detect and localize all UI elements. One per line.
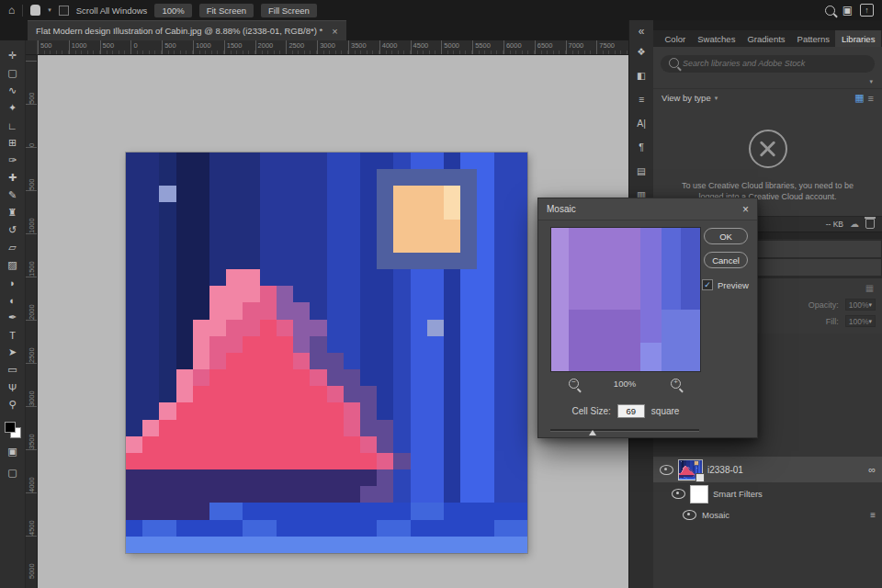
- layer-row-i2338-01[interactable]: i2338-01 ∞: [653, 457, 882, 482]
- cell-size-slider[interactable]: [550, 426, 699, 436]
- blur-tool-icon[interactable]: ◗: [0, 274, 26, 291]
- workspace-icon[interactable]: ▣: [842, 5, 853, 16]
- character-panel-icon[interactable]: A|: [629, 111, 653, 135]
- paragraph-panel-icon[interactable]: ¶: [629, 135, 653, 159]
- cell-size-input[interactable]: [617, 404, 645, 418]
- smart-filter-link-icon[interactable]: ∞: [868, 464, 876, 475]
- color-panel-icon[interactable]: ❖: [629, 40, 653, 63]
- share-arrow-icon: ↑: [865, 6, 869, 15]
- adjustments-panel-icon[interactable]: ≡: [629, 87, 653, 111]
- library-search-row: [653, 47, 882, 76]
- layer-visibility-eye-icon[interactable]: [660, 465, 673, 475]
- view-by-type-label[interactable]: View by type: [662, 93, 711, 103]
- chevron-down-icon[interactable]: ▾: [715, 95, 718, 102]
- filter-blending-options-icon[interactable]: ≡: [870, 510, 876, 520]
- brush-tool-icon[interactable]: ✎: [0, 187, 26, 204]
- ruler-label: 3000: [26, 363, 37, 406]
- ruler-label: 7500: [596, 40, 628, 54]
- smart-filters-row[interactable]: Smart Filters: [653, 482, 882, 505]
- slider-thumb[interactable]: [589, 430, 596, 435]
- layer-comps-panel-icon[interactable]: ▤: [629, 159, 653, 183]
- clone-stamp-tool-icon[interactable]: ♜: [0, 204, 26, 221]
- preview-checkbox[interactable]: ✓: [702, 279, 713, 290]
- hand-tool-icon[interactable]: Ψ: [0, 379, 26, 396]
- eraser-tool-icon[interactable]: ▱: [0, 239, 26, 256]
- ruler-label: 6500: [535, 40, 566, 54]
- ruler-label: 3500: [26, 406, 37, 449]
- document-artwork[interactable]: [126, 153, 527, 553]
- gradient-tool-icon[interactable]: ▨: [0, 256, 26, 274]
- delete-library-icon[interactable]: [865, 219, 875, 229]
- close-dialog-icon[interactable]: ×: [742, 203, 749, 216]
- vertical-ruler[interactable]: 5000500100015002000250030003500400045005…: [26, 55, 38, 588]
- mosaic-filter-row[interactable]: Mosaic ≡: [653, 505, 882, 524]
- tab-color[interactable]: Color: [659, 30, 692, 47]
- library-selector[interactable]: ▾: [653, 76, 882, 89]
- mosaic-dialog[interactable]: Mosaic × − 100% + OK Cancel ✓ Preview Ce…: [537, 198, 758, 438]
- cancel-button[interactable]: Cancel: [704, 252, 748, 268]
- ok-button[interactable]: OK: [704, 228, 748, 244]
- chevron-down-icon[interactable]: ▾: [48, 6, 51, 14]
- tab-gradients[interactable]: Gradients: [741, 30, 791, 47]
- pen-tool-icon[interactable]: ✒: [0, 309, 26, 326]
- dialog-title-bar[interactable]: Mosaic ×: [538, 198, 757, 220]
- zoom-in-icon[interactable]: +: [671, 379, 681, 389]
- share-icon[interactable]: ↑: [860, 4, 874, 17]
- fit-screen-button[interactable]: Fit Screen: [199, 4, 254, 17]
- foreground-background-colors[interactable]: [5, 422, 21, 438]
- ruler-label: 0: [26, 104, 37, 147]
- mosaic-filter-eye-icon[interactable]: [683, 510, 696, 520]
- dodge-tool-icon[interactable]: ◐: [0, 291, 26, 309]
- ruler-label: 1500: [26, 233, 37, 277]
- horizontal-ruler[interactable]: 5001000500050010001500200025003000350040…: [38, 40, 628, 55]
- collapse-panels-icon[interactable]: «: [629, 23, 653, 40]
- lasso-tool-icon[interactable]: ∿: [0, 82, 26, 99]
- path-selection-tool-icon[interactable]: ➤: [0, 344, 26, 361]
- slider-track[interactable]: [550, 429, 699, 432]
- options-bar: ⌂ ▾ Scroll All Windows 100% Fit Screen F…: [0, 0, 882, 20]
- move-tool-icon[interactable]: ✛: [0, 47, 26, 64]
- filter-preview[interactable]: [550, 227, 701, 372]
- healing-brush-tool-icon[interactable]: ✚: [0, 169, 26, 187]
- filter-preview-image: [551, 228, 700, 371]
- history-brush-tool-icon[interactable]: ↺: [0, 221, 26, 239]
- smart-filters-eye-icon[interactable]: [672, 489, 685, 499]
- view-by-type-row: View by type ▾ ▦ ≡: [653, 89, 882, 107]
- ruler-label: 500: [26, 61, 37, 104]
- type-tool-icon[interactable]: T: [0, 326, 26, 344]
- ruler-label: 500: [26, 147, 37, 190]
- smart-filter-mask-thumbnail[interactable]: [691, 486, 707, 503]
- grid-view-icon[interactable]: ▦: [854, 92, 864, 104]
- hand-tool-options-icon[interactable]: [30, 5, 40, 16]
- home-icon[interactable]: ⌂: [8, 5, 15, 16]
- zoom-out-icon[interactable]: −: [569, 379, 579, 389]
- list-view-icon[interactable]: ≡: [868, 93, 874, 104]
- screen-mode-icon[interactable]: ▢: [0, 465, 26, 481]
- ruler-label: 2500: [286, 40, 317, 54]
- scroll-all-windows-checkbox[interactable]: [59, 6, 69, 16]
- library-search-input[interactable]: [661, 55, 875, 73]
- search-icon[interactable]: [825, 6, 835, 16]
- zoom-tool-icon[interactable]: ⚲: [0, 396, 26, 413]
- zoom-100-button[interactable]: 100%: [154, 4, 191, 17]
- gradients-panel-icon[interactable]: ◧: [629, 63, 653, 87]
- magic-wand-tool-icon[interactable]: ✦: [0, 99, 26, 117]
- marquee-tool-icon[interactable]: ▢: [0, 64, 26, 82]
- foreground-color-chip[interactable]: [5, 422, 16, 433]
- library-size-label: -- KB: [826, 220, 843, 229]
- tab-patterns[interactable]: Patterns: [791, 30, 835, 47]
- ruler-label: 2000: [255, 40, 287, 54]
- layer-thumbnail[interactable]: [679, 460, 702, 480]
- tab-swatches[interactable]: Swatches: [692, 30, 741, 47]
- document-tab[interactable]: Flat Modern design Illustration of Cabin…: [28, 20, 346, 40]
- ruler-label: 2000: [26, 277, 37, 320]
- shape-tool-icon[interactable]: ▭: [0, 361, 26, 379]
- frame-tool-icon[interactable]: ⊞: [0, 134, 26, 152]
- quick-mask-icon[interactable]: ▣: [0, 444, 26, 459]
- close-tab-icon[interactable]: ×: [332, 26, 337, 37]
- eyedropper-tool-icon[interactable]: ✑: [0, 152, 26, 169]
- tab-libraries[interactable]: Libraries: [835, 30, 880, 47]
- fill-screen-button[interactable]: Fill Screen: [261, 4, 317, 17]
- crop-tool-icon[interactable]: ∟: [0, 117, 26, 134]
- cell-size-label: Cell Size:: [572, 406, 611, 416]
